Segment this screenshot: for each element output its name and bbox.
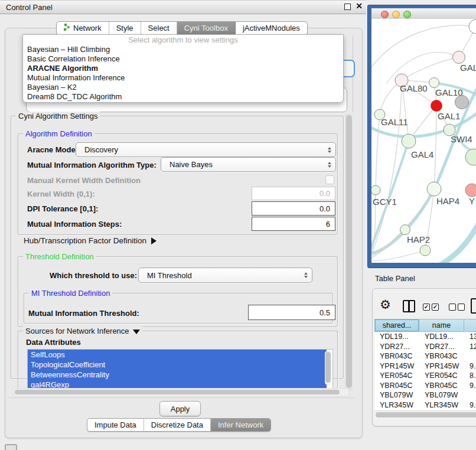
column-header[interactable]: name <box>419 319 464 332</box>
tab-label: Cyni Toolbox <box>184 22 228 35</box>
manual-kernel-checkbox[interactable] <box>325 175 334 184</box>
close-window-icon[interactable] <box>381 11 389 18</box>
network-node[interactable] <box>465 149 476 165</box>
network-node-y[interactable] <box>465 184 476 197</box>
sources-title[interactable]: Sources for Network Inference <box>23 327 142 335</box>
mi-threshold-title: MI Threshold Definition <box>29 289 112 298</box>
network-node-gal[interactable] <box>453 51 465 64</box>
control-panel-titlebar: Control Panel ✕ <box>0 0 366 14</box>
mi-threshold-field[interactable]: 0.5 <box>248 305 335 320</box>
table-row[interactable]: YBR043CYBR043C <box>374 351 476 361</box>
apply-button[interactable]: Apply <box>159 401 201 416</box>
list-item[interactable]: TopologicalCoefficient <box>28 360 327 370</box>
control-panel-tabs: NetworkStyleSelectCyni ToolboxjActiveMNo… <box>56 21 308 35</box>
table-row[interactable]: YDR27...YDR27...12 <box>374 342 476 352</box>
table-cell: 8. <box>464 371 476 381</box>
table-cell: YBL079W <box>419 390 464 400</box>
table-cell <box>464 351 476 361</box>
table-cell: 13 <box>464 332 476 342</box>
list-item[interactable]: gal4RGexp <box>28 380 327 389</box>
table-row[interactable]: YBL079WYBL079W <box>374 390 476 400</box>
table-row[interactable]: YLR345WYLR345W9. <box>374 400 476 410</box>
table-row[interactable]: YPR145WYPR145W9. <box>374 361 476 371</box>
table-cell: YDL19... <box>374 332 419 342</box>
divider <box>7 397 354 398</box>
table-row[interactable]: YDL19...YDL19...13 <box>374 332 476 342</box>
network-node-gcy1[interactable] <box>371 185 380 195</box>
close-panel-icon[interactable]: ✕ <box>356 1 363 11</box>
minimize-window-icon[interactable] <box>392 11 400 18</box>
network-node-gal1[interactable] <box>431 100 442 112</box>
column-header[interactable] <box>464 319 476 332</box>
dropdown-item-basic-correlation-inference[interactable]: Basic Correlation Inference <box>23 54 343 64</box>
column-header[interactable]: shared... <box>374 319 419 332</box>
node-label: HAP2 <box>407 234 430 244</box>
network-node[interactable] <box>455 96 469 109</box>
hub-definition-toggle[interactable]: Hub/Transcription Factor Definition <box>24 236 157 245</box>
table-row[interactable]: YBR045CYBR045C9. <box>374 381 476 391</box>
tab-label: Network <box>73 22 102 35</box>
mi-steps-field[interactable]: 6 <box>252 217 335 231</box>
tab-jactivemnodules[interactable]: jActiveMNodules <box>236 22 307 35</box>
network-window-titlebar[interactable] <box>371 8 476 19</box>
node-label: GAL4 <box>411 149 433 159</box>
kernel-width-field[interactable]: 0.0 <box>252 187 335 200</box>
tab-select[interactable]: Select <box>141 22 177 35</box>
dropdown-item-dream8-dc-tdc-algorithm[interactable]: Dream8 DC_TDC Algorithm <box>23 92 343 102</box>
zoom-window-icon[interactable] <box>403 11 411 18</box>
dropdown-item-bayesian-hill-climbing[interactable]: Bayesian – Hill Climbing <box>23 45 343 54</box>
table-cell: YDR27... <box>374 342 419 352</box>
tab-style[interactable]: Style <box>109 22 141 35</box>
dropdown-item-mutual-information-inference[interactable]: Mutual Information Inference <box>23 73 343 83</box>
which-threshold-combobox[interactable]: MI Threshold <box>138 268 312 283</box>
mi-type-label: Mutual Information Algorithm Type: <box>27 161 157 169</box>
node-label: GAL1 <box>438 111 460 121</box>
table-cell: 9. <box>464 381 476 391</box>
gear-icon[interactable]: ⚙ <box>380 298 391 312</box>
dropdown-item-aracne-algorithm[interactable]: ARACNE Algorithm <box>23 64 343 73</box>
network-node[interactable] <box>469 19 476 34</box>
network-node-hap2[interactable] <box>400 225 410 235</box>
network-node[interactable] <box>420 245 431 256</box>
table-rows[interactable]: YDL19...YDL19...13YDR27...YDR27...12YBR0… <box>374 332 476 415</box>
tab-label: Select <box>148 22 169 35</box>
settings-vscrollbar-thumb[interactable] <box>346 115 352 388</box>
mi-threshold-label: Mutual Information Threshold: <box>28 309 139 318</box>
unchecked-checkbox-icon[interactable] <box>458 304 465 311</box>
network-node-hap4[interactable] <box>427 182 441 196</box>
table-hscrollbar[interactable] <box>374 410 476 419</box>
tab-discretize-data[interactable]: Discretize Data <box>144 419 211 431</box>
aracne-mode-combobox[interactable]: Discovery <box>76 142 336 157</box>
list-item[interactable]: BetweennessCentrality <box>28 370 327 380</box>
network-node-gal10[interactable] <box>429 78 439 88</box>
checked-checkbox-icon[interactable]: ✓ <box>423 304 430 311</box>
dpi-tolerance-label: DPI Tolerance [0,1]: <box>27 204 98 213</box>
table-cell: 9. <box>464 361 476 371</box>
node-label: SWI4 <box>451 134 472 144</box>
tab-cyni-toolbox[interactable]: Cyni Toolbox <box>177 22 236 35</box>
checked-checkbox-icon[interactable]: ✓ <box>432 304 439 311</box>
float-panel-icon[interactable] <box>344 4 351 10</box>
table-tool-icon[interactable] <box>471 298 476 314</box>
table-header-row[interactable]: shared...name <box>374 319 476 332</box>
collapsed-panel-icon[interactable] <box>5 444 17 450</box>
dpi-tolerance-field[interactable]: 0.0 <box>252 201 335 216</box>
tab-impute-data[interactable]: Impute Data <box>87 419 144 431</box>
list-scrollbar[interactable] <box>325 351 331 385</box>
tab-network[interactable]: Network <box>57 22 109 35</box>
table-row[interactable]: YER054CYER054C8. <box>374 371 476 381</box>
settings-hscrollbar-thumb[interactable] <box>15 390 340 394</box>
unchecked-checkbox-icon[interactable] <box>449 304 456 311</box>
network-canvas[interactable]: GAL80GALGAL10GAL1SWI4GAL11GAL4GCY1HAP4YH… <box>371 19 476 263</box>
network-node-gal4[interactable] <box>402 134 416 148</box>
list-item[interactable]: SelfLoops <box>28 350 327 360</box>
network-nodes[interactable]: GAL80GALGAL10GAL1SWI4GAL11GAL4GCY1HAP4YH… <box>371 19 476 256</box>
tab-label: jActiveMNodules <box>243 22 300 35</box>
table-cell: YLR345W <box>419 400 464 410</box>
tab-infer-network[interactable]: Infer Network <box>211 419 270 431</box>
mi-type-combobox[interactable]: Naive Bayes <box>161 157 336 172</box>
dropdown-item-bayesian-k2[interactable]: Bayesian – K2 <box>23 83 343 92</box>
tab-label: Style <box>116 22 133 35</box>
columns-icon[interactable] <box>403 300 415 312</box>
data-attributes-list[interactable]: SelfLoopsTopologicalCoefficientBetweenne… <box>27 349 333 389</box>
